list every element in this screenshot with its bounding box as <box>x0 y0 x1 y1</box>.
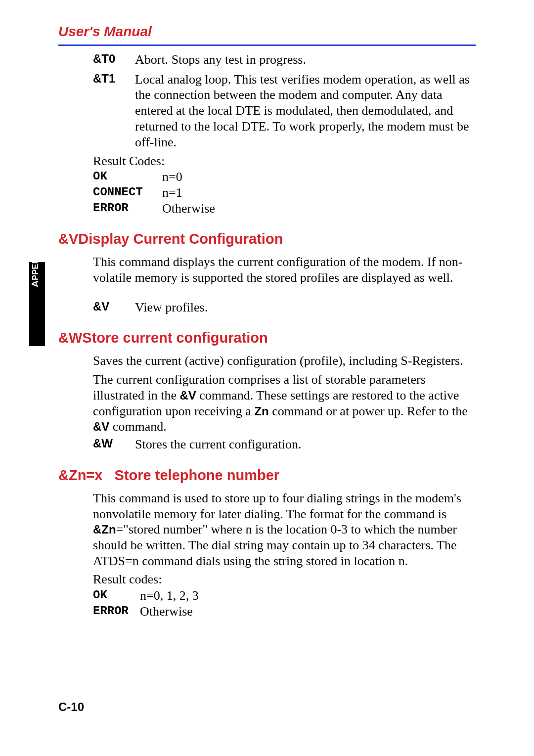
sidebar-tab-label: APPENDIX C <box>30 219 41 303</box>
z-section-heading: &Zn=x Store telephone number <box>58 467 476 484</box>
page-header: User's Manual <box>58 24 476 46</box>
text: command. <box>109 419 167 434</box>
w-section-para1: Saves the current (active) configuration… <box>93 353 476 369</box>
cmd-desc: Stores the current configuration. <box>135 437 476 452</box>
cmd-desc: View profiles. <box>135 300 476 315</box>
z-result-label: Result codes: <box>93 572 476 587</box>
result-code: OK <box>93 588 140 603</box>
inline-cmd: &V <box>179 389 196 402</box>
result-codes-label: Result Codes: <box>93 154 476 169</box>
result-value: Otherwise <box>140 604 193 619</box>
result-code-row: OK n=0, 1, 2, 3 <box>93 588 476 603</box>
inline-cmd: &Zn <box>93 523 116 536</box>
text: command or at power up. Refer to the <box>269 404 468 418</box>
cmd-code: &T1 <box>93 72 135 150</box>
result-code-row: ERROR Otherwise <box>93 604 476 619</box>
cmd-desc: Abort. Stops any test in progress. <box>135 52 476 68</box>
z-section-para: This command is used to store up to four… <box>93 490 476 569</box>
cmd-desc: Local analog loop. This test verifies mo… <box>135 72 476 150</box>
w-item: &W Stores the current configuration. <box>93 437 476 452</box>
z-result-codes: OK n=0, 1, 2, 3 ERROR Otherwise <box>93 588 476 619</box>
result-code: ERROR <box>93 604 140 619</box>
result-code-row: OK n=0 <box>93 170 476 184</box>
result-value: n=0 <box>162 170 182 184</box>
v-item: &V View profiles. <box>93 300 476 315</box>
result-value: Otherwise <box>162 201 215 216</box>
cmd-code: &W <box>93 437 135 452</box>
cmd-code: &T0 <box>93 52 135 68</box>
inline-cmd: Zn <box>254 404 268 418</box>
inline-cmd: &V <box>93 420 109 433</box>
result-code: ERROR <box>93 201 162 216</box>
content-body: &T0 Abort. Stops any test in progress. &… <box>58 52 476 619</box>
header-title: User's Manual <box>58 24 476 43</box>
v-section-para: This command displays the current config… <box>93 254 476 285</box>
t-commands: &T0 Abort. Stops any test in progress. &… <box>93 52 476 216</box>
page-number: C-10 <box>58 700 84 714</box>
cmd-row-t1: &T1 Local analog loop. This test verifie… <box>93 72 476 150</box>
cmd-code: &V <box>93 300 135 315</box>
text: This command is used to store up to four… <box>93 491 461 521</box>
w-section-para2: The current configuration comprises a li… <box>93 372 476 435</box>
text: ="stored number" where n is the location… <box>93 522 457 568</box>
v-section-heading: &VDisplay Current Configuration <box>58 231 476 247</box>
cmd-row-t0: &T0 Abort. Stops any test in progress. <box>93 52 476 68</box>
header-rule <box>58 44 476 46</box>
result-code: CONNECT <box>93 185 162 200</box>
result-value: n=0, 1, 2, 3 <box>140 588 199 603</box>
result-value: n=1 <box>162 185 182 200</box>
w-section-heading: &WStore current configuration <box>58 330 476 346</box>
result-code-row: CONNECT n=1 <box>93 185 476 200</box>
result-code-row: ERROR Otherwise <box>93 201 476 216</box>
result-code: OK <box>93 170 162 184</box>
